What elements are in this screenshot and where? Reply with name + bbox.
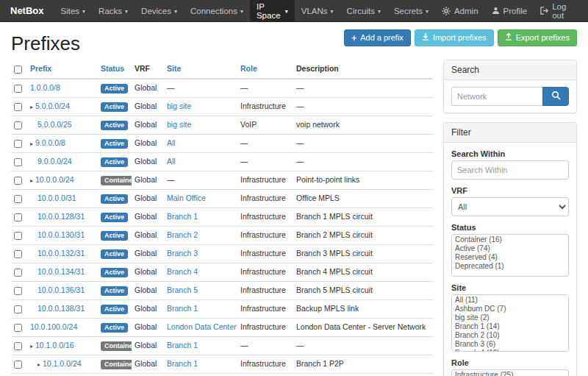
- brand-link[interactable]: NetBox: [0, 0, 54, 21]
- admin-link[interactable]: Admin: [435, 0, 485, 21]
- site-link[interactable]: Main Office: [167, 194, 206, 202]
- description-cell: Branch 1 P2P: [293, 355, 433, 373]
- status-badge: Active: [101, 84, 128, 93]
- prefix-link[interactable]: 10.0.100.0/24: [30, 322, 77, 331]
- vrf-cell: Global: [132, 373, 164, 376]
- nav-menu-item[interactable]: Racks▾: [92, 0, 135, 21]
- filter-option[interactable]: Branch 3 (6): [453, 340, 567, 349]
- row-checkbox[interactable]: [14, 103, 22, 111]
- site-link[interactable]: Branch 1: [167, 304, 198, 313]
- select-all-checkbox[interactable]: [14, 65, 22, 74]
- site-link[interactable]: Branch 4: [167, 267, 198, 276]
- row-checkbox[interactable]: [14, 232, 22, 240]
- filter-option[interactable]: Active (74): [453, 244, 567, 253]
- vrf-filter-label: VRF: [451, 186, 569, 195]
- column-header-status[interactable]: Status: [101, 64, 124, 73]
- filter-option[interactable]: big site (2): [453, 313, 567, 322]
- table-row: ▸10.1.0.0/16 Container Global Branch 1 —…: [11, 336, 433, 355]
- row-checkbox[interactable]: [14, 287, 22, 295]
- filter-option[interactable]: Branch 1 (14): [453, 322, 567, 331]
- prefix-link[interactable]: 10.1.0.0/24: [43, 359, 82, 368]
- site-link[interactable]: Branch 2: [167, 230, 198, 239]
- row-checkbox[interactable]: [14, 305, 22, 313]
- prefix-link[interactable]: 10.0.0.130/31: [37, 230, 85, 239]
- description-cell: —: [293, 79, 433, 98]
- nav-menu-item[interactable]: IP Space▾: [250, 0, 295, 21]
- row-checkbox[interactable]: [14, 342, 22, 350]
- row-checkbox[interactable]: [14, 269, 22, 277]
- prefix-link[interactable]: 9.0.0.0/24: [37, 157, 72, 166]
- prefix-link[interactable]: 5.0.0.0/25: [37, 120, 72, 129]
- search-button[interactable]: [542, 87, 569, 106]
- site-link[interactable]: Branch 1: [167, 212, 198, 221]
- row-checkbox[interactable]: [14, 213, 22, 221]
- prefix-link[interactable]: 10.0.0.136/31: [37, 285, 85, 294]
- filter-option[interactable]: Infrastructure (25): [453, 371, 567, 376]
- logout-link[interactable]: Log out: [534, 0, 584, 21]
- column-header-role[interactable]: Role: [240, 64, 257, 73]
- filter-option[interactable]: Container (16): [453, 235, 567, 244]
- row-checkbox[interactable]: [14, 195, 22, 203]
- role-filter-label: Role: [451, 358, 569, 367]
- site-link[interactable]: London Data Center: [167, 322, 237, 331]
- nav-menu-item[interactable]: Connections▾: [184, 0, 250, 21]
- column-header-site[interactable]: Site: [167, 64, 181, 73]
- nav-menu-item[interactable]: Secrets▾: [387, 0, 435, 21]
- role-filter-select[interactable]: Infrastructure (25)Management (8)Private…: [451, 369, 569, 376]
- import-prefixes-label: Import prefixes: [433, 33, 487, 43]
- row-checkbox[interactable]: [14, 158, 22, 166]
- site-link[interactable]: All: [167, 157, 176, 166]
- role-cell: —: [237, 79, 293, 98]
- export-prefixes-button[interactable]: Export prefixes: [498, 29, 577, 46]
- prefix-link[interactable]: 10.0.0.132/31: [37, 249, 85, 258]
- search-input[interactable]: [451, 87, 542, 106]
- prefix-link[interactable]: 10.0.0.128/31: [37, 212, 85, 221]
- site-link[interactable]: Branch 1: [167, 341, 198, 350]
- row-checkbox[interactable]: [14, 121, 22, 130]
- nav-menu-item[interactable]: Sites▾: [54, 0, 93, 21]
- site-link[interactable]: All: [167, 138, 176, 147]
- filter-option[interactable]: Deprecated (1): [453, 262, 567, 271]
- vrf-select[interactable]: All: [451, 197, 569, 216]
- site-link[interactable]: Branch 5: [167, 285, 198, 294]
- nav-menu-item[interactable]: VLANs▾: [295, 0, 340, 21]
- prefix-link[interactable]: 10.0.0.0/24: [35, 175, 74, 184]
- column-header-prefix[interactable]: Prefix: [30, 64, 51, 73]
- import-prefixes-button[interactable]: Import prefixes: [415, 29, 494, 46]
- prefix-link[interactable]: 9.0.0.0/8: [35, 138, 65, 147]
- filter-option[interactable]: Branch 2 (10): [453, 331, 567, 340]
- site-filter-select[interactable]: All (11)Ashburn DC (7)big site (2)Branch…: [451, 294, 569, 352]
- site-link[interactable]: big site: [167, 120, 191, 129]
- row-checkbox[interactable]: [14, 324, 22, 332]
- row-checkbox[interactable]: [14, 361, 22, 369]
- profile-link[interactable]: Profile: [485, 0, 534, 21]
- row-checkbox[interactable]: [14, 250, 22, 258]
- filter-option[interactable]: All (11): [453, 296, 567, 305]
- prefix-link[interactable]: 5.0.0.0/24: [35, 102, 70, 110]
- prefix-link[interactable]: 10.1.0.0/16: [35, 341, 74, 350]
- status-badge: Container: [101, 341, 132, 351]
- role-cell: Infrastructure: [237, 299, 293, 318]
- filter-option[interactable]: Ashburn DC (7): [453, 305, 567, 313]
- add-prefix-label: Add a prefix: [360, 33, 404, 43]
- prefix-link[interactable]: 10.0.0.138/31: [37, 304, 85, 313]
- site-link[interactable]: Branch 1: [167, 359, 198, 368]
- filter-option[interactable]: Reserved (4): [453, 253, 567, 262]
- filter-option[interactable]: Branch 4 (12): [453, 349, 567, 352]
- nav-menu-item[interactable]: Devices▾: [135, 0, 184, 21]
- prefix-link[interactable]: 10.0.0.134/31: [37, 267, 85, 276]
- site-link[interactable]: Branch 3: [167, 249, 198, 258]
- nav-menu-item[interactable]: Circuits▾: [340, 0, 387, 21]
- table-row: ▸5.0.0.0/24 Active Global big site Infra…: [11, 97, 433, 116]
- row-checkbox[interactable]: [14, 85, 22, 93]
- status-filter-select[interactable]: Container (16)Active (74)Reserved (4)Dep…: [451, 234, 569, 277]
- site-link[interactable]: big site: [167, 102, 191, 110]
- prefix-link[interactable]: 1.0.0.0/8: [30, 83, 60, 92]
- row-checkbox[interactable]: [14, 140, 22, 148]
- table-row: 10.0.0.130/31 Active Global Branch 2 Inf…: [11, 226, 433, 244]
- add-prefix-button[interactable]: + Add a prefix: [344, 29, 411, 46]
- prefix-link[interactable]: 10.0.0.0/31: [37, 194, 76, 202]
- search-within-input[interactable]: [451, 160, 569, 180]
- role-cell: Infrastructure: [237, 263, 293, 281]
- row-checkbox[interactable]: [14, 177, 22, 185]
